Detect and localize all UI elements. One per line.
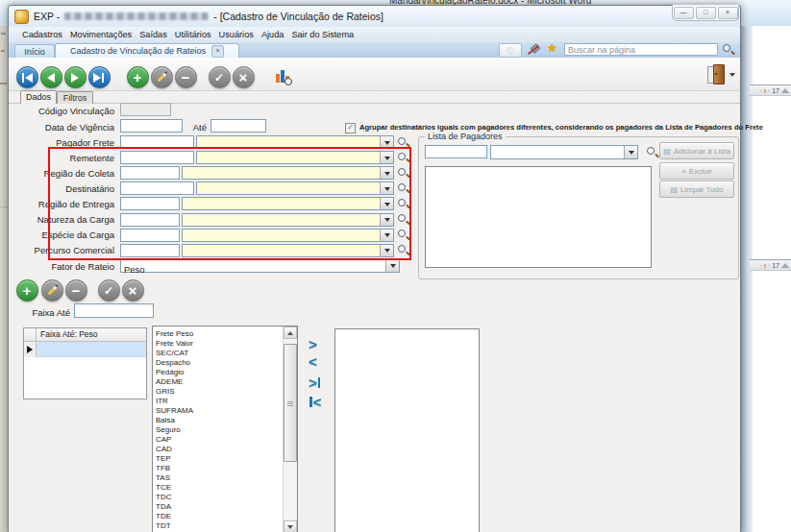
description-combo[interactable] xyxy=(182,166,394,180)
menu-item[interactable]: Saídas xyxy=(136,27,171,42)
menu-item[interactable]: Utilitários xyxy=(171,27,215,42)
lookup-magnifier-icon[interactable] xyxy=(397,229,409,241)
faixa-cancel-button[interactable]: × xyxy=(122,279,144,302)
word-maximize-button[interactable]: □ xyxy=(696,7,716,19)
list-item[interactable]: TDT xyxy=(156,521,297,531)
list-item[interactable]: GRIS xyxy=(156,387,297,397)
list-item[interactable]: SEC/CAT xyxy=(156,349,297,358)
lookup-magnifier-icon[interactable] xyxy=(397,244,409,256)
unpin-icon[interactable] xyxy=(527,43,540,56)
pagador-magnifier-icon[interactable] xyxy=(646,146,658,158)
nav-last-button[interactable] xyxy=(88,66,111,88)
tab-cadastro-vinculacao[interactable]: Cadastro de Vinculação de Rateios × xyxy=(55,43,239,58)
chevron-down-icon[interactable] xyxy=(380,198,393,209)
search-icon[interactable] xyxy=(722,43,734,56)
faixa-ate-field[interactable] xyxy=(74,303,154,318)
pagador-combo[interactable] xyxy=(490,145,638,159)
word-minimize-button[interactable]: — xyxy=(674,7,694,19)
chevron-down-icon[interactable] xyxy=(624,146,637,158)
lookup-magnifier-icon[interactable] xyxy=(397,136,409,149)
agrupar-checkbox[interactable]: ✓ xyxy=(345,123,356,133)
code-field[interactable] xyxy=(120,229,180,242)
code-field[interactable] xyxy=(120,166,180,180)
description-combo[interactable] xyxy=(182,229,394,242)
tab-filtros[interactable]: Filtros xyxy=(57,91,93,104)
faixa-edit-button[interactable] xyxy=(41,279,63,302)
nav-first-button[interactable] xyxy=(16,66,38,88)
limpar-tudo-button[interactable]: ▤ Limpar Tudo xyxy=(659,181,734,198)
list-item[interactable]: TFB xyxy=(156,464,297,473)
lookup-magnifier-icon[interactable] xyxy=(397,182,409,195)
nav-next-button[interactable] xyxy=(64,66,87,88)
chevron-down-icon[interactable] xyxy=(380,182,393,194)
list-item[interactable]: SUFRAMA xyxy=(156,406,297,416)
description-combo[interactable] xyxy=(182,213,394,227)
tab-inicio[interactable]: Início xyxy=(14,44,55,58)
lookup-magnifier-icon[interactable] xyxy=(397,213,409,226)
exit-door-icon[interactable] xyxy=(707,64,724,83)
grid-cell[interactable] xyxy=(37,342,146,357)
chevron-down-icon[interactable] xyxy=(380,152,393,163)
search-input[interactable] xyxy=(564,43,718,56)
chevron-down-icon[interactable] xyxy=(380,136,393,148)
description-combo[interactable] xyxy=(182,244,394,257)
move-all-left-button[interactable]: < xyxy=(309,394,334,410)
list-item[interactable]: Seguro xyxy=(156,425,297,435)
confirm-button[interactable]: ✓ xyxy=(209,66,231,88)
description-combo[interactable] xyxy=(182,197,394,210)
list-item[interactable]: TDC xyxy=(156,493,297,502)
code-field[interactable] xyxy=(120,197,180,210)
list-item[interactable]: TAS xyxy=(156,473,297,483)
faixa-delete-button[interactable]: − xyxy=(65,279,87,302)
nav-previous-button[interactable] xyxy=(40,66,62,88)
lookup-magnifier-icon[interactable] xyxy=(397,152,409,164)
list-item[interactable]: TCE xyxy=(156,483,297,493)
code-field[interactable] xyxy=(120,213,180,227)
lookup-magnifier-icon[interactable] xyxy=(397,198,409,210)
menu-item[interactable]: Usuários xyxy=(215,27,258,42)
add-button[interactable]: + xyxy=(127,66,149,88)
cancel-button[interactable]: × xyxy=(233,66,255,88)
scroll-up-icon[interactable] xyxy=(284,326,297,339)
pagadores-listbox[interactable] xyxy=(425,166,652,268)
list-item[interactable]: Frete Peso xyxy=(156,329,297,339)
toolbar-overflow-icon[interactable] xyxy=(729,73,735,80)
code-field[interactable] xyxy=(120,181,194,195)
tab-close-icon[interactable]: × xyxy=(211,45,224,58)
code-field[interactable] xyxy=(120,151,194,164)
edit-button[interactable] xyxy=(151,66,173,88)
description-combo[interactable] xyxy=(196,135,394,149)
excluir-button[interactable]: × Excluir xyxy=(659,162,734,180)
scrollbar-thumb[interactable] xyxy=(284,344,297,462)
chevron-down-icon[interactable] xyxy=(380,167,393,179)
chevron-down-icon[interactable] xyxy=(380,245,393,256)
scrollbar[interactable] xyxy=(283,326,297,532)
chevron-down-icon[interactable] xyxy=(385,259,399,272)
move-right-button[interactable]: > xyxy=(309,336,334,352)
word-close-button[interactable]: × xyxy=(718,7,738,19)
adicionar-lista-button[interactable]: ▤ Adicionar à Lista xyxy=(659,142,734,159)
list-item[interactable]: TEP xyxy=(156,454,297,464)
list-item[interactable]: Balsa xyxy=(156,416,297,425)
list-item[interactable]: TDA xyxy=(156,502,297,512)
code-field[interactable] xyxy=(120,135,194,149)
list-item[interactable]: TDE xyxy=(156,512,297,521)
move-left-button[interactable]: < xyxy=(309,353,334,370)
move-all-right-button[interactable]: > xyxy=(309,375,334,391)
faixa-grid[interactable]: Faixa Até: Peso xyxy=(23,327,147,399)
list-item[interactable]: Despacho xyxy=(156,358,297,368)
grid-row[interactable] xyxy=(24,342,146,357)
vigencia-ate-field[interactable] xyxy=(210,119,266,133)
list-item[interactable]: ADEME xyxy=(156,377,297,387)
code-field[interactable] xyxy=(120,244,180,257)
star-icon[interactable]: ★ xyxy=(547,42,557,55)
scroll-down-icon[interactable] xyxy=(284,520,297,532)
menu-item[interactable]: Movimentações xyxy=(66,27,136,42)
available-items-listbox[interactable]: Frete PesoFrete ValorSEC/CATDespachoPedá… xyxy=(152,326,298,532)
list-item[interactable]: CAP xyxy=(156,435,297,445)
tab-dados[interactable]: Dados xyxy=(20,90,57,104)
list-item[interactable]: CAD xyxy=(156,445,297,454)
fator-rateio-select[interactable]: Peso xyxy=(120,258,400,273)
menu-item[interactable]: Sair do Sistema xyxy=(287,27,358,42)
menu-item[interactable]: Cadastros xyxy=(18,27,66,42)
